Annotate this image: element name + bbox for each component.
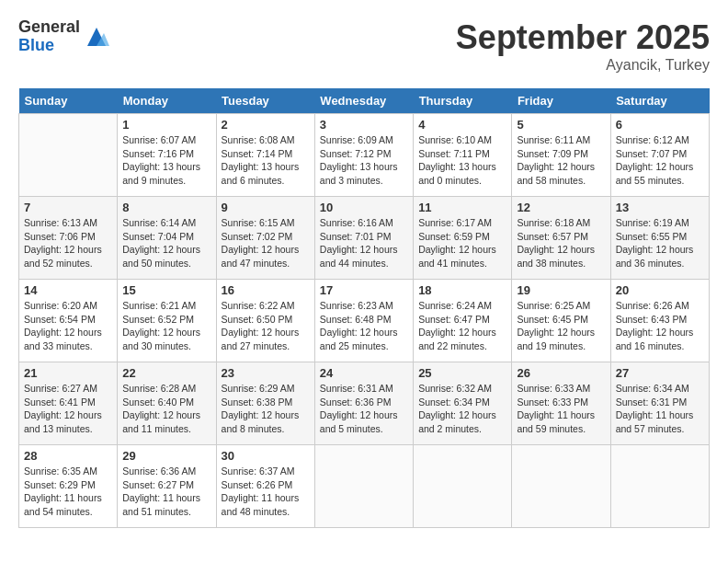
day-number: 19 — [517, 283, 605, 297]
day-number: 15 — [122, 283, 210, 297]
day-info: Sunrise: 6:13 AM Sunset: 7:06 PM Dayligh… — [24, 216, 112, 270]
day-number: 17 — [320, 283, 408, 297]
title-block: September 2025 Ayancik, Turkey — [456, 18, 710, 74]
calendar-cell — [414, 445, 512, 528]
calendar-cell: 2Sunrise: 6:08 AM Sunset: 7:14 PM Daylig… — [216, 114, 314, 197]
calendar-cell — [19, 114, 118, 197]
calendar-cell: 15Sunrise: 6:21 AM Sunset: 6:52 PM Dayli… — [118, 280, 216, 362]
day-number: 6 — [616, 118, 704, 132]
day-info: Sunrise: 6:16 AM Sunset: 7:01 PM Dayligh… — [320, 216, 408, 270]
day-number: 10 — [320, 201, 408, 214]
day-number: 16 — [222, 283, 310, 297]
day-info: Sunrise: 6:36 AM Sunset: 6:27 PM Dayligh… — [122, 465, 210, 519]
day-number: 21 — [24, 366, 112, 380]
week-row-4: 21Sunrise: 6:27 AM Sunset: 6:41 PM Dayli… — [19, 362, 710, 445]
calendar-cell: 21Sunrise: 6:27 AM Sunset: 6:41 PM Dayli… — [19, 362, 118, 445]
day-info: Sunrise: 6:29 AM Sunset: 6:38 PM Dayligh… — [222, 382, 310, 436]
calendar-cell: 20Sunrise: 6:26 AM Sunset: 6:43 PM Dayli… — [610, 280, 709, 362]
day-info: Sunrise: 6:21 AM Sunset: 6:52 PM Dayligh… — [122, 299, 210, 353]
calendar-cell: 14Sunrise: 6:20 AM Sunset: 6:54 PM Dayli… — [19, 280, 118, 362]
day-info: Sunrise: 6:37 AM Sunset: 6:26 PM Dayligh… — [222, 465, 310, 519]
day-info: Sunrise: 6:12 AM Sunset: 7:07 PM Dayligh… — [616, 133, 704, 188]
calendar-cell: 24Sunrise: 6:31 AM Sunset: 6:36 PM Dayli… — [314, 362, 413, 445]
day-number: 12 — [517, 201, 605, 214]
header-cell-wednesday: Wednesday — [314, 88, 413, 114]
calendar-header: SundayMondayTuesdayWednesdayThursdayFrid… — [19, 88, 710, 114]
day-number: 2 — [222, 118, 310, 132]
calendar-cell: 16Sunrise: 6:22 AM Sunset: 6:50 PM Dayli… — [216, 280, 314, 362]
calendar-cell: 3Sunrise: 6:09 AM Sunset: 7:12 PM Daylig… — [314, 114, 413, 197]
header-cell-saturday: Saturday — [610, 88, 709, 114]
calendar-body: 1Sunrise: 6:07 AM Sunset: 7:16 PM Daylig… — [19, 114, 710, 528]
day-info: Sunrise: 6:17 AM Sunset: 6:59 PM Dayligh… — [418, 216, 506, 270]
calendar-cell: 11Sunrise: 6:17 AM Sunset: 6:59 PM Dayli… — [414, 197, 512, 280]
calendar-cell: 12Sunrise: 6:18 AM Sunset: 6:57 PM Dayli… — [512, 197, 610, 280]
calendar-cell: 26Sunrise: 6:33 AM Sunset: 6:33 PM Dayli… — [512, 362, 610, 445]
calendar-cell: 22Sunrise: 6:28 AM Sunset: 6:40 PM Dayli… — [118, 362, 216, 445]
day-number: 13 — [616, 201, 704, 214]
week-row-2: 7Sunrise: 6:13 AM Sunset: 7:06 PM Daylig… — [19, 197, 710, 280]
day-info: Sunrise: 6:26 AM Sunset: 6:43 PM Dayligh… — [616, 299, 704, 353]
day-number: 23 — [222, 366, 310, 380]
calendar-title: September 2025 — [456, 18, 710, 57]
calendar-cell: 10Sunrise: 6:16 AM Sunset: 7:01 PM Dayli… — [314, 197, 413, 280]
day-number: 11 — [418, 201, 506, 214]
logo-general: General — [18, 18, 80, 37]
logo-blue: Blue — [18, 37, 80, 55]
calendar-cell: 9Sunrise: 6:15 AM Sunset: 7:02 PM Daylig… — [216, 197, 314, 280]
page-header: General Blue September 2025 Ayancik, Tur… — [18, 18, 710, 74]
day-info: Sunrise: 6:09 AM Sunset: 7:12 PM Dayligh… — [320, 133, 408, 188]
day-info: Sunrise: 6:31 AM Sunset: 6:36 PM Dayligh… — [320, 382, 408, 436]
calendar-cell — [512, 445, 610, 528]
day-info: Sunrise: 6:19 AM Sunset: 6:55 PM Dayligh… — [616, 216, 704, 270]
day-info: Sunrise: 6:25 AM Sunset: 6:45 PM Dayligh… — [517, 299, 605, 353]
calendar-table: SundayMondayTuesdayWednesdayThursdayFrid… — [18, 88, 710, 528]
header-row: SundayMondayTuesdayWednesdayThursdayFrid… — [19, 88, 710, 114]
calendar-cell: 7Sunrise: 6:13 AM Sunset: 7:06 PM Daylig… — [19, 197, 118, 280]
day-info: Sunrise: 6:28 AM Sunset: 6:40 PM Dayligh… — [122, 382, 210, 436]
day-number: 4 — [418, 118, 506, 132]
day-number: 28 — [24, 449, 112, 463]
calendar-cell: 18Sunrise: 6:24 AM Sunset: 6:47 PM Dayli… — [414, 280, 512, 362]
day-info: Sunrise: 6:32 AM Sunset: 6:34 PM Dayligh… — [418, 382, 506, 436]
day-number: 18 — [418, 283, 506, 297]
day-number: 24 — [320, 366, 408, 380]
day-number: 22 — [122, 366, 210, 380]
day-number: 1 — [122, 118, 210, 132]
calendar-cell: 19Sunrise: 6:25 AM Sunset: 6:45 PM Dayli… — [512, 280, 610, 362]
day-number: 5 — [517, 118, 605, 132]
calendar-subtitle: Ayancik, Turkey — [456, 57, 710, 74]
calendar-cell: 1Sunrise: 6:07 AM Sunset: 7:16 PM Daylig… — [118, 114, 216, 197]
calendar-cell: 13Sunrise: 6:19 AM Sunset: 6:55 PM Dayli… — [610, 197, 709, 280]
logo-icon — [84, 24, 109, 50]
calendar-cell: 30Sunrise: 6:37 AM Sunset: 6:26 PM Dayli… — [216, 445, 314, 528]
calendar-cell — [610, 445, 709, 528]
day-info: Sunrise: 6:20 AM Sunset: 6:54 PM Dayligh… — [24, 299, 112, 353]
calendar-cell: 23Sunrise: 6:29 AM Sunset: 6:38 PM Dayli… — [216, 362, 314, 445]
day-info: Sunrise: 6:35 AM Sunset: 6:29 PM Dayligh… — [24, 465, 112, 519]
calendar-cell: 27Sunrise: 6:34 AM Sunset: 6:31 PM Dayli… — [610, 362, 709, 445]
week-row-1: 1Sunrise: 6:07 AM Sunset: 7:16 PM Daylig… — [19, 114, 710, 197]
day-info: Sunrise: 6:08 AM Sunset: 7:14 PM Dayligh… — [222, 133, 310, 188]
calendar-cell: 4Sunrise: 6:10 AM Sunset: 7:11 PM Daylig… — [414, 114, 512, 197]
day-info: Sunrise: 6:10 AM Sunset: 7:11 PM Dayligh… — [418, 133, 506, 188]
day-number: 7 — [24, 201, 112, 214]
day-number: 29 — [122, 449, 210, 463]
day-info: Sunrise: 6:11 AM Sunset: 7:09 PM Dayligh… — [517, 133, 605, 188]
day-number: 30 — [222, 449, 310, 463]
calendar-cell: 5Sunrise: 6:11 AM Sunset: 7:09 PM Daylig… — [512, 114, 610, 197]
calendar-cell — [314, 445, 413, 528]
day-number: 26 — [517, 366, 605, 380]
day-number: 27 — [616, 366, 704, 380]
day-info: Sunrise: 6:15 AM Sunset: 7:02 PM Dayligh… — [222, 216, 310, 270]
calendar-cell: 17Sunrise: 6:23 AM Sunset: 6:48 PM Dayli… — [314, 280, 413, 362]
day-number: 14 — [24, 283, 112, 297]
week-row-5: 28Sunrise: 6:35 AM Sunset: 6:29 PM Dayli… — [19, 445, 710, 528]
day-info: Sunrise: 6:34 AM Sunset: 6:31 PM Dayligh… — [616, 382, 704, 436]
day-info: Sunrise: 6:33 AM Sunset: 6:33 PM Dayligh… — [517, 382, 605, 436]
day-info: Sunrise: 6:23 AM Sunset: 6:48 PM Dayligh… — [320, 299, 408, 353]
day-number: 20 — [616, 283, 704, 297]
header-cell-tuesday: Tuesday — [216, 88, 314, 114]
header-cell-monday: Monday — [118, 88, 216, 114]
header-cell-thursday: Thursday — [414, 88, 512, 114]
